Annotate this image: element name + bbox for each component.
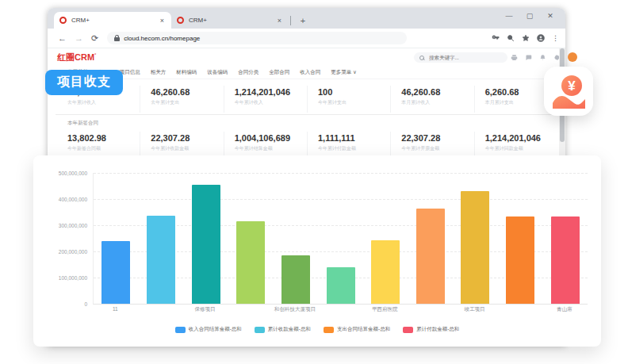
search-icon xyxy=(419,56,424,60)
back-button[interactable]: ← xyxy=(58,33,67,43)
x-tick-label xyxy=(407,306,452,313)
nav-item[interactable]: 设备编码 xyxy=(207,69,228,76)
stat-caption: 今年累计收款金额 xyxy=(151,145,223,152)
bar-col-2[interactable] xyxy=(147,216,175,304)
yen-hand-card[interactable]: ¥ xyxy=(544,67,593,116)
x-tick-label: 保修项目 xyxy=(182,306,228,313)
stat-caption: 本月累计收入 xyxy=(401,99,473,106)
y-tick-label: 0 xyxy=(46,301,87,307)
page: CRM+ × CRM+ × + — ▢ ✕ ← → ⟳ cloud.hecom.… xyxy=(0,0,628,364)
bar-slot xyxy=(408,173,453,304)
y-tick-label: 200,000,000 xyxy=(46,249,87,255)
browser-menu-icon[interactable]: ⋮ xyxy=(552,34,559,42)
bar-slot xyxy=(318,173,363,304)
bar-col-4[interactable] xyxy=(236,221,265,304)
x-tick-label xyxy=(497,306,542,313)
browser-tab-2[interactable]: CRM+ × xyxy=(171,12,289,29)
bar-和创科技大厦项目[interactable] xyxy=(281,255,310,304)
bar-竣工项目[interactable] xyxy=(461,191,489,304)
x-tick-label: 和创科技大厦项目 xyxy=(273,306,318,313)
stat-caption: 今年累计开票金额 xyxy=(401,145,473,152)
bar-slot xyxy=(94,173,139,304)
chart-card: 11保修项目和创科技大厦项目平西府医院竣工项目青山庙 收入合同结算金额-总和累计… xyxy=(33,155,601,347)
stat-caption: 今年新签合同额 xyxy=(67,145,140,152)
stat-item: 46,260.68去年累计支出 xyxy=(140,86,223,113)
stat-item: 22,307.28今年累计收款金额 xyxy=(140,132,223,159)
bar-slot xyxy=(183,173,228,304)
nav-item[interactable]: 合同分类 xyxy=(238,69,258,76)
stat-value: 1,214,201,046 xyxy=(485,133,557,143)
stat-caption: 去年累计收入 xyxy=(67,99,140,106)
bar-slot xyxy=(139,173,184,304)
stat-item: 1,111,111今年累计付款金额 xyxy=(307,132,390,159)
close-button[interactable]: ✕ xyxy=(540,10,561,22)
bar-col-6[interactable] xyxy=(327,267,355,304)
x-axis-labels: 11保修项目和创科技大厦项目平西府医院竣工项目青山庙 xyxy=(93,306,587,313)
tab-strip: CRM+ × CRM+ × + — ▢ ✕ xyxy=(48,8,565,29)
legend-item[interactable]: 收入合同结算金额-总和 xyxy=(175,326,242,333)
legend-item[interactable]: 支出合同结算金额-总和 xyxy=(324,326,390,333)
bar-保修项目[interactable] xyxy=(192,185,220,304)
tab-title: CRM+ xyxy=(189,17,276,24)
stat-value: 1,214,201,046 xyxy=(235,87,307,97)
print-icon[interactable] xyxy=(511,54,518,61)
legend-item[interactable]: 累计付款金额-总和 xyxy=(403,326,459,333)
nav-item[interactable]: 更多菜单 ∨ xyxy=(331,69,357,76)
stat-value: 46,260.68 xyxy=(401,87,473,97)
stats-row-1: 23,820.79去年累计收入46,260.68去年累计支出1,214,201,… xyxy=(67,86,557,113)
nav-item[interactable]: 相关方 xyxy=(151,69,167,76)
profile-avatar-icon[interactable] xyxy=(537,34,545,42)
maximize-button[interactable]: ▢ xyxy=(519,10,540,22)
search-input[interactable] xyxy=(427,54,502,61)
url-text: cloud.hecom.cn/homepage xyxy=(124,35,200,42)
chart-legend: 收入合同结算金额-总和累计收款金额-总和支出合同结算金额-总和累计付款金额-总和 xyxy=(33,326,601,333)
x-tick-label xyxy=(138,306,183,313)
x-tick-label: 11 xyxy=(93,306,138,313)
stat-value: 1,111,111 xyxy=(318,133,390,143)
legend-item[interactable]: 累计收款金额-总和 xyxy=(255,326,311,333)
message-icon[interactable] xyxy=(525,54,532,61)
x-tick-label: 竣工项目 xyxy=(452,306,497,313)
x-tick-label: 平西府医院 xyxy=(362,306,408,313)
legend-swatch xyxy=(175,327,186,333)
section-title: 本年新签合同 xyxy=(67,120,557,127)
reload-button[interactable]: ⟳ xyxy=(91,33,98,44)
legend-label: 累计收款金额-总和 xyxy=(268,326,311,333)
address-bar[interactable]: cloud.hecom.cn/homepage xyxy=(107,32,407,44)
browser-tab-1[interactable]: CRM+ × xyxy=(54,12,171,29)
legend-label: 支出合同结算金额-总和 xyxy=(337,326,390,333)
nav-item[interactable]: 收入合同 xyxy=(300,69,320,76)
tab-close-icon[interactable]: × xyxy=(276,17,283,25)
bar-col-8[interactable] xyxy=(416,209,445,304)
bar-col-10[interactable] xyxy=(506,216,534,304)
stats-panel: 23,820.79去年累计收入46,260.68去年累计支出1,214,201,… xyxy=(48,79,565,159)
stat-caption: 去年累计支出 xyxy=(151,99,223,106)
legend-swatch xyxy=(255,327,265,333)
stat-caption: 今年累计结算金额 xyxy=(235,145,307,152)
crm-search-box[interactable] xyxy=(414,52,507,63)
crm-nav-items: 首页项目信息相关方材料编码设备编码合同分类全部合同收入合同更多菜单 ∨ xyxy=(99,69,367,76)
bar-青山庙[interactable] xyxy=(551,216,580,304)
stat-caption: 今年累计付款金额 xyxy=(318,145,390,152)
minimize-button[interactable]: — xyxy=(499,10,519,22)
nav-item[interactable]: 全部合同 xyxy=(269,69,289,76)
key-icon[interactable] xyxy=(492,34,500,42)
stat-caption: 今年累计收入 xyxy=(235,99,307,106)
new-tab-button[interactable]: + xyxy=(297,15,308,26)
bar-slot xyxy=(363,173,408,304)
project-income-expense-badge[interactable]: 项目收支 xyxy=(45,70,123,95)
stat-value: 22,307.28 xyxy=(401,133,473,143)
bell-icon[interactable] xyxy=(539,54,546,61)
divider xyxy=(56,114,557,115)
legend-swatch xyxy=(403,327,413,333)
bar-平西府医院[interactable] xyxy=(371,240,400,304)
nav-item[interactable]: 材料编码 xyxy=(176,69,197,76)
tab-close-icon[interactable]: × xyxy=(159,17,166,25)
bookmark-star-icon[interactable] xyxy=(522,34,530,42)
user-avatar[interactable] xyxy=(568,52,577,62)
bar-11[interactable] xyxy=(101,241,130,304)
stat-item: 13,802.98今年新签合同额 xyxy=(67,132,140,159)
search-icon[interactable] xyxy=(507,34,515,42)
legend-label: 累计付款金额-总和 xyxy=(416,326,459,333)
forward-button[interactable]: → xyxy=(75,33,83,43)
